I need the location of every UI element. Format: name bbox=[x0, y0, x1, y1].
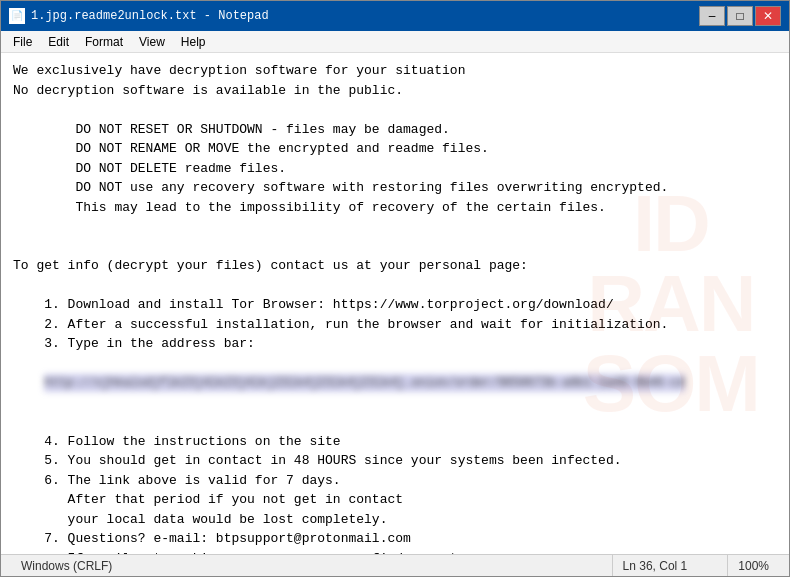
blurred-url: http://xjhkalsdjflk23j4lk23j4lkj23lk4j23… bbox=[44, 374, 685, 392]
maximize-button[interactable]: □ bbox=[727, 6, 753, 26]
text-content: We exclusively have decryption software … bbox=[13, 61, 777, 554]
menu-view[interactable]: View bbox=[131, 33, 173, 51]
window-title: 1.jpg.readme2unlock.txt - Notepad bbox=[31, 9, 269, 23]
status-encoding: Windows (CRLF) bbox=[11, 555, 582, 576]
title-bar-left: 📄 1.jpg.readme2unlock.txt - Notepad bbox=[9, 8, 269, 24]
title-bar: 📄 1.jpg.readme2unlock.txt - Notepad – □ … bbox=[1, 1, 789, 31]
close-button[interactable]: ✕ bbox=[755, 6, 781, 26]
notepad-window: 📄 1.jpg.readme2unlock.txt - Notepad – □ … bbox=[0, 0, 790, 577]
menu-format[interactable]: Format bbox=[77, 33, 131, 51]
status-bar: Windows (CRLF) Ln 36, Col 1 100% bbox=[1, 554, 789, 576]
menu-help[interactable]: Help bbox=[173, 33, 214, 51]
menu-edit[interactable]: Edit bbox=[40, 33, 77, 51]
text-content-area[interactable]: IDRANSOM We exclusively have decryption … bbox=[1, 53, 789, 554]
minimize-button[interactable]: – bbox=[699, 6, 725, 26]
app-icon: 📄 bbox=[9, 8, 25, 24]
menu-file[interactable]: File bbox=[5, 33, 40, 51]
status-position: Ln 36, Col 1 bbox=[612, 555, 698, 576]
menu-bar: File Edit Format View Help bbox=[1, 31, 789, 53]
title-bar-controls: – □ ✕ bbox=[699, 6, 781, 26]
status-zoom: 100% bbox=[727, 555, 779, 576]
